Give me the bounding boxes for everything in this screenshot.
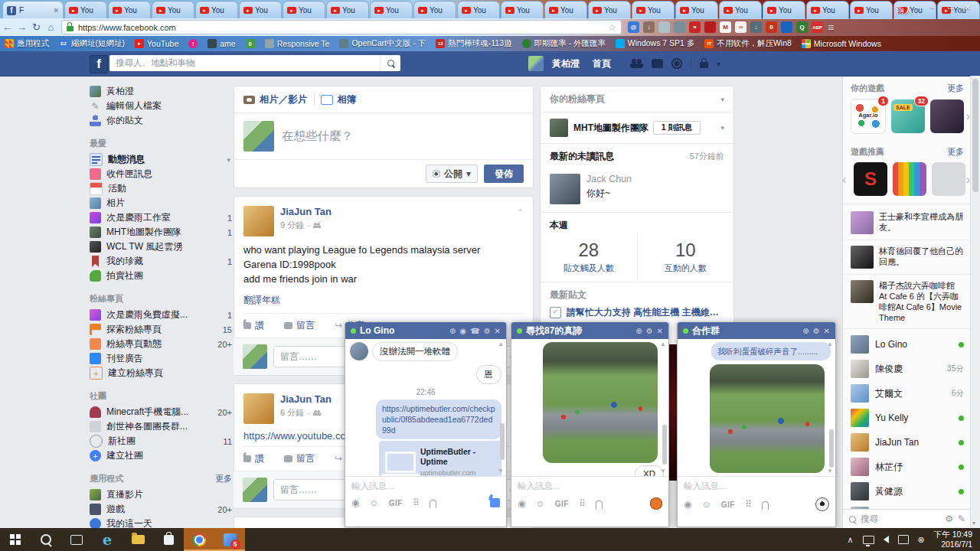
chevron-left-icon[interactable]: ‹ [842,173,846,187]
minimize-button[interactable]: − [925,3,940,11]
ticker-item[interactable]: 楊子杰說六弄咖啡館 At Cafe 6 的【六弄咖啡館At Cafe 6】Mov… [843,275,972,329]
chat-header[interactable]: 合作群 ⊕ ⚙ ✕ [678,322,835,339]
sidebar-item[interactable]: 粉絲專頁動態 20+ [90,337,232,351]
friend-requests-icon[interactable] [630,59,643,68]
chevron-down-icon[interactable]: ▾ [720,96,724,103]
tab-youtube[interactable]: ▸ You [632,1,675,19]
add-person-icon[interactable]: ⊕ [802,327,808,335]
sidebar-item[interactable]: 新社團 11 [90,434,232,448]
game-tile[interactable] [893,162,926,196]
tab-youtube[interactable]: ▸ You [457,1,500,19]
post-author[interactable]: JiaJun Tan [280,393,332,405]
facebook-logo[interactable]: f [90,55,108,73]
ticker-item[interactable]: 王士豪和李宜樺成為朋友。 [843,206,972,240]
more-link[interactable]: 更多 [947,83,964,94]
chat-header[interactable]: Lo Gino ⊕ ◉ ☎ ⚙ ✕ [345,322,506,339]
tab-youtube[interactable]: ▸ You [806,1,849,19]
tab-facebook[interactable]: f F ✕ [2,1,64,19]
extension-icon[interactable] [704,21,716,33]
like-button[interactable]: 讚 [243,452,264,465]
post-time[interactable]: 9 分鐘 [280,220,304,231]
message-preview[interactable]: 你好~ [586,187,632,200]
emoji-icon[interactable]: ☺ [701,499,710,510]
bookmark-item[interactable]: 13 熱門棒球魂-113遊 [436,38,511,49]
back-icon[interactable]: ← [0,21,15,33]
bookmark-item[interactable]: EZ 縮網址(短網址) [59,38,125,49]
latest-post-item[interactable]: ✓ 請幫忙大力支持 高性能主機 主機維護有… [541,302,733,323]
contact-row[interactable]: JiaJun Tan [843,430,972,455]
avatar[interactable] [528,56,544,71]
close-icon[interactable]: ✕ [824,327,830,335]
tab-youtube[interactable]: ▸ You [763,1,805,19]
action-center-icon[interactable] [898,535,909,544]
sidebar-item[interactable]: ⚙ 直播影片 [90,487,232,502]
sidebar-item[interactable]: 我的珍藏 1 [90,254,232,269]
tab-youtube[interactable]: ▸ You [326,1,369,19]
page-thumbnail[interactable] [550,119,568,137]
bookmark-star-icon[interactable]: ☆ [608,22,616,33]
post-time[interactable]: 6 分鐘 [280,407,304,419]
sidebar-item[interactable]: 拍賣社團 [90,269,232,283]
scrollbar[interactable]: ▾ [970,76,980,528]
extension-icon[interactable] [781,21,792,33]
scrollbar-thumb[interactable] [972,79,978,192]
add-person-icon[interactable]: ⊕ [635,327,642,335]
messenger-app-button[interactable]: 5 [214,528,245,551]
camera-icon[interactable]: ◉ [518,498,525,509]
tab-youtube[interactable]: ▸ You [283,1,325,19]
chat-input-area[interactable]: 輸入訊息... ◉ ☺ GIF ⠿ [345,476,506,527]
sticker-icon[interactable]: ⠿ [579,498,586,509]
sidebar-item[interactable]: 你的貼文 [90,113,232,128]
chrome-button[interactable] [184,528,214,551]
scroll-down-arrow[interactable]: ▼ [498,468,504,474]
extension-icon[interactable] [658,21,670,33]
bookmark-item[interactable]: Windows 7 SP1 多 [616,38,695,49]
stat-label[interactable]: 互動的人數 [638,262,734,274]
contact-row[interactable]: 艾爾文 6分 [843,381,972,406]
more-link[interactable]: 更多 [215,473,232,484]
contact-row[interactable]: 林芷伃 [843,455,972,479]
contact-row[interactable]: 黃健源 [843,479,972,504]
file-explorer-button[interactable] [122,528,153,551]
tab-youtube[interactable]: ▸ You [544,1,587,19]
sidebar-item[interactable]: MHT地圖製作團隊 1 [90,225,232,240]
extension-icon[interactable]: ↓ [750,21,762,33]
tab-youtube[interactable]: ▸ You [719,1,762,19]
gear-icon[interactable]: ⚙ [813,327,820,335]
composer-placeholder[interactable]: 在想些什麼？ [282,129,353,145]
avatar[interactable] [550,174,580,204]
address-bar[interactable]: https://www.facebook.com ☆ [61,20,622,34]
sidebar-item[interactable]: 活動 [90,181,232,196]
reload-icon[interactable]: ↻ [29,21,44,33]
message-count-badge[interactable]: 1 則訊息 [653,121,701,135]
translate-link[interactable]: 翻譯年糕 [243,294,524,307]
avatar[interactable] [243,206,274,236]
extension-icon[interactable]: 0 [766,21,777,33]
page-name[interactable]: MHT地圖製作團隊 [573,122,648,135]
forward-icon[interactable]: → [15,21,29,33]
sidebar-item[interactable]: WCL TW 風起雲湧 [90,240,232,254]
extension-icon[interactable]: » [689,21,701,33]
voice-call-icon[interactable]: ☎ [470,327,479,335]
attachment-icon[interactable] [430,500,436,508]
extension-icon[interactable]: M [720,21,731,33]
extension-icon[interactable]: ABP [812,21,823,33]
tab-youtube[interactable]: ▸ You [588,1,631,19]
chevron-down-icon[interactable]: ⌄ [518,204,524,213]
tray-expand-icon[interactable]: ∧ [848,535,854,545]
sidebar-item[interactable]: 創世神各圖團長群... [90,419,232,434]
chat-title[interactable]: Lo Gino [360,325,446,336]
scrollbar-thumb[interactable] [662,425,667,465]
bookmark-item[interactable]: OpenCart中文版 - 下 [339,38,426,49]
clock[interactable]: 下午 10:49 2016/7/1 [934,530,972,549]
scroll-up-arrow[interactable]: ▲ [498,341,504,347]
start-button[interactable] [0,528,31,551]
bookmark-item[interactable]: IT 不用软件，解压Win8 [704,38,791,49]
attachment-icon[interactable] [596,500,603,509]
game-agar-io[interactable]: 1 Agar.io [851,99,886,134]
bookmark-item[interactable]: 即期匯率 - 外匯匯率 [522,38,606,49]
store-button[interactable] [153,528,184,551]
home-link[interactable]: 首頁 [593,57,611,70]
extension-icon[interactable]: @ [628,21,639,33]
sidebar-item[interactable]: 收件匣訊息 [90,167,232,181]
